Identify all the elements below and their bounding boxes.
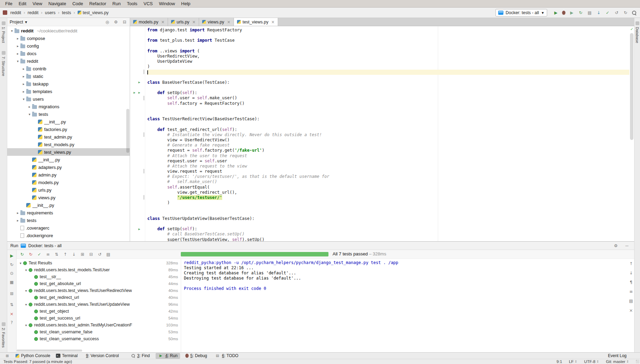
- scroll-up-icon[interactable]: ↑: [628, 261, 634, 266]
- code-line[interactable]: super(TestUserUpdateView, self).setUp(): [147, 237, 629, 242]
- code-line[interactable]: # Attach the request to the view: [147, 164, 629, 169]
- code-line[interactable]: [147, 33, 629, 38]
- project-tree-item[interactable]: ▸tests: [7, 216, 130, 224]
- code-line[interactable]: request = self.factory.get('/fake-url'): [147, 148, 629, 153]
- close-tab-icon[interactable]: ×: [227, 20, 230, 24]
- tree-collapse-arrow-icon[interactable]: ▸: [15, 37, 20, 40]
- code-line[interactable]: view.request = request: [147, 169, 629, 174]
- menu-window[interactable]: Window: [156, 0, 178, 7]
- tree-collapse-arrow-icon[interactable]: ▸: [21, 74, 26, 78]
- project-tree-item[interactable]: __init__.py: [7, 201, 130, 209]
- print-icon[interactable]: ▤: [628, 298, 634, 304]
- minimize-icon[interactable]: —: [624, 243, 630, 249]
- code-line[interactable]: [147, 111, 629, 117]
- status-widget-encoding[interactable]: UTF-8↕: [584, 360, 599, 364]
- test-result-row[interactable]: ▾reddit.users.tests.test_admin.TestMyUse…: [17, 322, 181, 328]
- code-line[interactable]: from django.test import RequestFactory: [147, 28, 629, 33]
- code-line[interactable]: class TestUserUpdateView(BaseUserTestCas…: [147, 216, 629, 221]
- vcs-rollback-icon[interactable]: ↺: [614, 10, 619, 16]
- show-passed-icon[interactable]: ✓: [37, 252, 42, 257]
- tree-expanded-arrow-icon[interactable]: ▾: [21, 97, 26, 101]
- code-line[interactable]: [147, 75, 629, 80]
- debug-icon[interactable]: [562, 11, 565, 15]
- test-result-row[interactable]: ▾reddit.users.tests.test_views.TestUserR…: [17, 287, 181, 294]
- project-tree-item[interactable]: .dockerignore: [7, 232, 130, 239]
- menu-edit[interactable]: Edit: [16, 0, 29, 7]
- run-configurations-icon[interactable]: ▤: [587, 10, 592, 16]
- project-tree-item[interactable]: .coveragerc: [7, 224, 130, 232]
- rerun-failed-small-icon[interactable]: ↻: [28, 252, 33, 257]
- stop-icon[interactable]: ■: [9, 280, 14, 285]
- pin-icon[interactable]: ⊙: [9, 271, 14, 276]
- code-line[interactable]: self.assertEqual(: [147, 185, 629, 190]
- menu-view[interactable]: View: [29, 0, 45, 7]
- breadcrumb-item[interactable]: users: [44, 10, 56, 16]
- code-line[interactable]: [147, 205, 629, 211]
- tool-window-button-switcher[interactable]: ⊞: [2, 353, 12, 359]
- menu-vcs[interactable]: VCS: [140, 0, 156, 7]
- status-widget-cursor-position[interactable]: 9:1: [557, 360, 562, 364]
- tree-expanded-arrow-icon[interactable]: ▾: [18, 261, 23, 265]
- project-tree-item[interactable]: test_models.py: [7, 141, 130, 148]
- editor-tab[interactable]: views.py×: [199, 18, 234, 26]
- settings-gear-icon[interactable]: ⚙: [613, 243, 619, 249]
- test-result-row[interactable]: test_clean_username_false53ms: [17, 328, 181, 335]
- menu-run[interactable]: Run: [109, 0, 124, 7]
- hide-panel-icon[interactable]: ⊟: [122, 19, 127, 25]
- restart-icon[interactable]: ↻: [578, 10, 583, 16]
- menu-file[interactable]: File: [2, 0, 16, 7]
- code-line[interactable]: # Instantiate the view directly. Never d…: [147, 132, 629, 138]
- editor-scrollbar[interactable]: [630, 33, 633, 140]
- test-tree-scrollbar[interactable]: [17, 350, 82, 352]
- tree-collapse-arrow-icon[interactable]: ▸: [21, 67, 26, 71]
- test-result-row[interactable]: ▾reddit.users.tests.test_views.TestUserU…: [17, 301, 181, 308]
- test-result-row[interactable]: ▾Test Results328ms: [17, 260, 181, 266]
- test-result-row[interactable]: test_clean_username_success50ms: [17, 335, 181, 342]
- tool-window-button-version-control[interactable]: 9: Version Control: [83, 353, 121, 359]
- code-line[interactable]: request.user = self.user: [147, 159, 629, 164]
- restore-layout-icon[interactable]: ⊞: [9, 291, 14, 296]
- project-tree-item[interactable]: __init__.py: [7, 118, 130, 125]
- code-line[interactable]: class TestUserRedirectView(BaseUserTestC…: [147, 117, 629, 122]
- code-area[interactable]: from django.test import RequestFactoryfr…: [145, 26, 629, 241]
- expand-all-icon[interactable]: ⊞: [80, 252, 85, 257]
- menu-navigate[interactable]: Navigate: [45, 0, 69, 7]
- tool-window-button-run[interactable]: ▶4: Run: [156, 353, 180, 359]
- code-line[interactable]: def setUp(self):: [147, 90, 629, 95]
- scroll-lock-icon[interactable]: ⇅: [9, 302, 14, 307]
- project-tree-item[interactable]: models.py: [7, 179, 130, 186]
- settings-gear-icon[interactable]: ⚙: [113, 19, 119, 25]
- tree-expanded-arrow-icon[interactable]: ▾: [27, 112, 32, 116]
- project-tree-item[interactable]: ▸requirements: [7, 209, 130, 216]
- code-line[interactable]: UserUpdateView: [147, 59, 629, 64]
- inspections-ok-icon[interactable]: ✓: [630, 27, 633, 31]
- editor-tab[interactable]: test_views.py×: [234, 18, 278, 26]
- run-test-gutter-icon[interactable]: ▸: [138, 90, 140, 95]
- project-tree-item[interactable]: admin.py: [7, 171, 130, 179]
- tree-collapse-arrow-icon[interactable]: ▸: [21, 82, 26, 86]
- project-tree-scrollbar[interactable]: [126, 109, 129, 153]
- code-line[interactable]: # call BaseUserTestCase.setUp(): [147, 232, 629, 237]
- tool-window-button-terminal[interactable]: >_Terminal: [53, 353, 80, 359]
- project-tree-item[interactable]: ▸static: [7, 72, 130, 80]
- tool-stripe-project[interactable]: 1: Project: [1, 21, 6, 43]
- code-line[interactable]: '/users/testuser/': [147, 195, 629, 200]
- show-ignored-icon[interactable]: ≡: [45, 252, 51, 257]
- next-failed-icon[interactable]: ↓: [71, 252, 77, 257]
- menu-refactor[interactable]: Refactor: [86, 0, 109, 7]
- close-icon[interactable]: ×: [9, 311, 14, 316]
- tree-expanded-arrow-icon[interactable]: ▾: [23, 323, 29, 327]
- project-tree-item[interactable]: factories.py: [7, 125, 130, 133]
- close-tab-icon[interactable]: ×: [192, 20, 196, 24]
- code-line[interactable]: from test_plus.test import TestCase: [147, 38, 629, 43]
- menu-code[interactable]: Code: [69, 0, 86, 7]
- tree-collapse-arrow-icon[interactable]: ▸: [27, 105, 32, 109]
- breadcrumb-item[interactable]: reddit: [27, 10, 39, 16]
- breadcrumb-item[interactable]: reddit: [10, 10, 22, 16]
- project-tree-item[interactable]: ▸contrib: [7, 65, 130, 72]
- locate-file-icon[interactable]: ◎: [105, 19, 110, 25]
- tree-expanded-arrow-icon[interactable]: ▾: [23, 268, 29, 272]
- project-tree-item[interactable]: test_views.py: [7, 148, 130, 156]
- history-icon[interactable]: ↻: [623, 10, 628, 16]
- close-tab-icon[interactable]: ×: [271, 20, 275, 24]
